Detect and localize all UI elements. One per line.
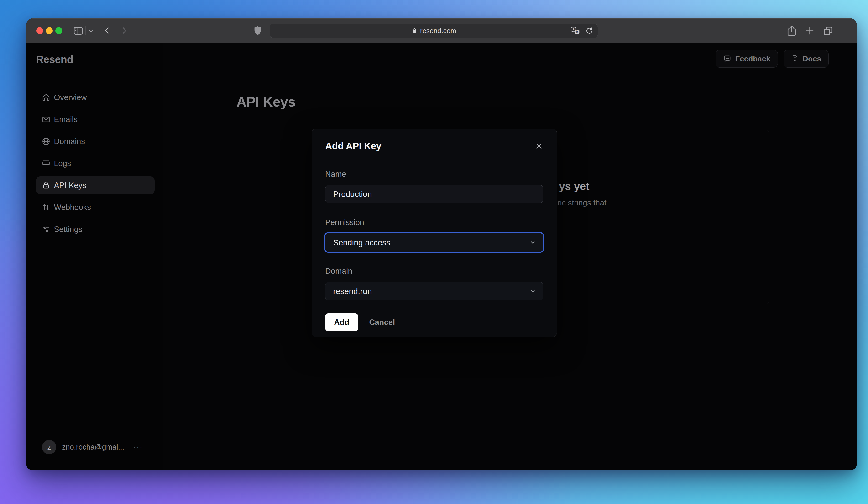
permission-label: Permission: [325, 218, 543, 227]
logs-icon: [42, 159, 51, 168]
browser-toolbar: resend.com A 文: [27, 18, 857, 43]
sidebar-toggle-icon[interactable]: [73, 25, 84, 36]
privacy-shield-icon[interactable]: [252, 25, 263, 36]
sidebar-item-label: Overview: [54, 93, 87, 102]
chevron-down-icon: [529, 239, 536, 246]
account-email: zno.rocha@gmai...: [62, 443, 124, 452]
sidebar-item-label: Webhooks: [54, 203, 91, 212]
name-label: Name: [325, 170, 543, 179]
forward-button-icon[interactable]: [120, 26, 129, 35]
document-icon: [791, 55, 799, 63]
sidebar-item-emails[interactable]: Emails: [36, 110, 155, 129]
lock-icon: [42, 181, 51, 190]
close-icon[interactable]: [535, 142, 543, 151]
permission-value: Sending access: [333, 238, 390, 247]
add-button[interactable]: Add: [325, 313, 358, 331]
sidebar-chevron-down-icon[interactable]: [88, 28, 94, 34]
domain-label: Domain: [325, 266, 543, 276]
new-tab-icon[interactable]: [805, 26, 815, 36]
domain-value: resend.run: [333, 286, 372, 296]
sidebar-nav: Overview Emails Domains: [36, 88, 155, 242]
share-icon[interactable]: [786, 25, 797, 37]
chevron-down-icon: [529, 288, 536, 295]
sidebar-item-overview[interactable]: Overview: [36, 88, 155, 107]
modal-title: Add API Key: [325, 141, 381, 151]
url-center: resend.com: [270, 24, 598, 38]
home-icon: [42, 93, 51, 102]
sliders-icon: [42, 225, 51, 234]
account-menu-icon[interactable]: ···: [133, 443, 143, 452]
sidebar-item-label: Logs: [54, 159, 71, 168]
docs-label: Docs: [803, 54, 821, 63]
traffic-close-button[interactable]: [36, 27, 43, 34]
sidebar-item-label: Emails: [54, 115, 78, 124]
browser-window: resend.com A 文: [27, 18, 857, 470]
toolbar-divider: [85, 26, 86, 36]
name-input[interactable]: [325, 185, 543, 203]
permission-select[interactable]: Sending access: [325, 233, 543, 252]
sidebar-item-label: API Keys: [54, 181, 86, 190]
header-divider: [163, 73, 857, 74]
domain-select[interactable]: resend.run: [325, 282, 543, 301]
docs-button[interactable]: Docs: [784, 50, 829, 68]
feedback-bubble-icon: [723, 54, 732, 63]
svg-text:文: 文: [576, 30, 579, 33]
sidebar-item-label: Settings: [54, 225, 82, 234]
account-row[interactable]: z zno.rocha@gmai... ···: [42, 440, 143, 454]
sidebar-item-settings[interactable]: Settings: [36, 220, 155, 239]
back-button-icon[interactable]: [103, 26, 112, 35]
sidebar-item-webhooks[interactable]: Webhooks: [36, 198, 155, 216]
sidebar-item-logs[interactable]: Logs: [36, 154, 155, 172]
traffic-zoom-button[interactable]: [55, 27, 62, 34]
empty-state-body-fragment: eric strings that: [553, 198, 607, 207]
url-text: resend.com: [420, 27, 456, 35]
sidebar-item-label: Domains: [54, 137, 85, 146]
globe-icon: [42, 137, 51, 146]
sidebar-item-api-keys[interactable]: API Keys: [36, 176, 155, 194]
sidebar-item-domains[interactable]: Domains: [36, 132, 155, 151]
translate-icon[interactable]: A 文: [570, 27, 580, 35]
cancel-button[interactable]: Cancel: [369, 318, 395, 327]
tab-overview-icon[interactable]: [823, 25, 834, 36]
avatar: z: [42, 440, 56, 454]
svg-text:A: A: [572, 28, 575, 31]
https-lock-icon: [411, 28, 417, 34]
resend-logo: Resend: [36, 53, 73, 65]
add-api-key-modal: Add API Key Name Permission Sending acce…: [312, 129, 557, 337]
sidebar: Resend Overview Emails: [27, 43, 163, 470]
mail-icon: [42, 115, 51, 124]
feedback-button[interactable]: Feedback: [715, 50, 778, 68]
page-title: API Keys: [236, 94, 296, 110]
feedback-label: Feedback: [735, 54, 771, 63]
arrows-up-down-icon: [42, 203, 51, 212]
empty-state-heading-fragment: ys yet: [559, 180, 590, 192]
reload-icon[interactable]: [585, 27, 593, 35]
url-bar[interactable]: resend.com A 文: [270, 24, 598, 38]
traffic-minimize-button[interactable]: [46, 27, 53, 34]
